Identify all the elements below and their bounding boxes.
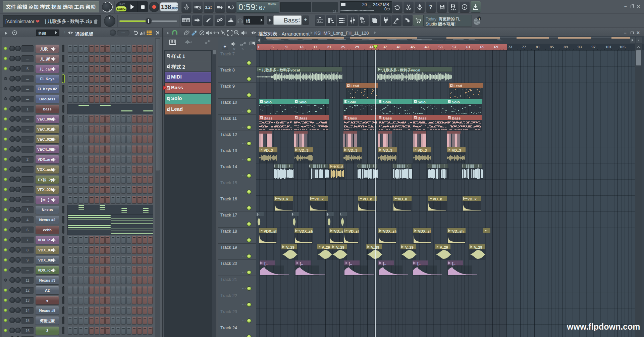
svg-text:?: ? — [429, 4, 432, 10]
svg-text:3.2:: 3.2: — [205, 5, 212, 10]
svg-text:1: 1 — [479, 17, 480, 20]
